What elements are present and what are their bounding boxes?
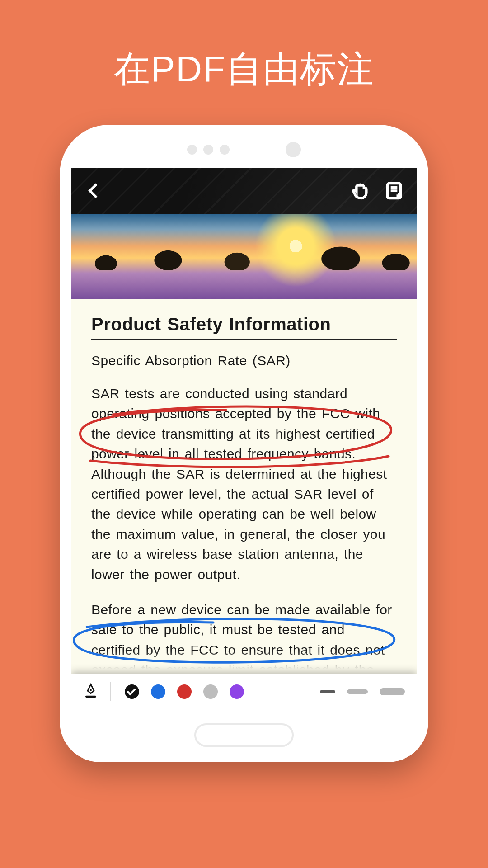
svg-point-1 xyxy=(90,689,92,691)
back-button[interactable] xyxy=(84,181,104,201)
note-add-icon xyxy=(384,181,404,201)
stroke-thick[interactable] xyxy=(380,688,405,695)
app-screen: Product Safety Information Specific Abso… xyxy=(71,168,417,709)
pen-icon xyxy=(83,683,99,698)
hand-tool-button[interactable] xyxy=(351,181,371,201)
toolbar-separator xyxy=(110,682,111,701)
chevron-left-icon xyxy=(84,181,104,201)
document-body[interactable]: Product Safety Information Specific Abso… xyxy=(71,299,417,674)
color-swatch-red[interactable] xyxy=(177,684,192,699)
stroke-medium[interactable] xyxy=(347,689,368,694)
color-swatch-group xyxy=(125,684,244,699)
color-swatch-black[interactable] xyxy=(125,684,139,699)
color-swatch-purple[interactable] xyxy=(230,684,244,699)
marketing-headline: 在PDF自由标注 xyxy=(0,45,488,94)
annotation-toolbar xyxy=(71,674,417,709)
top-navbar xyxy=(71,168,417,214)
pen-tool-button[interactable] xyxy=(83,683,99,700)
color-swatch-gray[interactable] xyxy=(203,684,218,699)
stroke-width-group xyxy=(320,688,405,695)
color-swatch-blue[interactable] xyxy=(151,684,165,699)
document-hero-image xyxy=(71,214,417,299)
doc-paragraph-1: SAR tests are conducted using standard o… xyxy=(91,384,397,585)
add-note-button[interactable] xyxy=(384,181,404,201)
phone-frame: Product Safety Information Specific Abso… xyxy=(60,125,428,762)
doc-title: Product Safety Information xyxy=(91,314,397,339)
doc-subhead: Specific Absorption Rate (SAR) xyxy=(91,353,397,368)
stroke-thin[interactable] xyxy=(320,690,335,693)
hand-icon xyxy=(351,181,371,201)
phone-speaker xyxy=(187,142,301,157)
phone-home-button xyxy=(194,723,294,747)
title-rule xyxy=(91,339,397,340)
